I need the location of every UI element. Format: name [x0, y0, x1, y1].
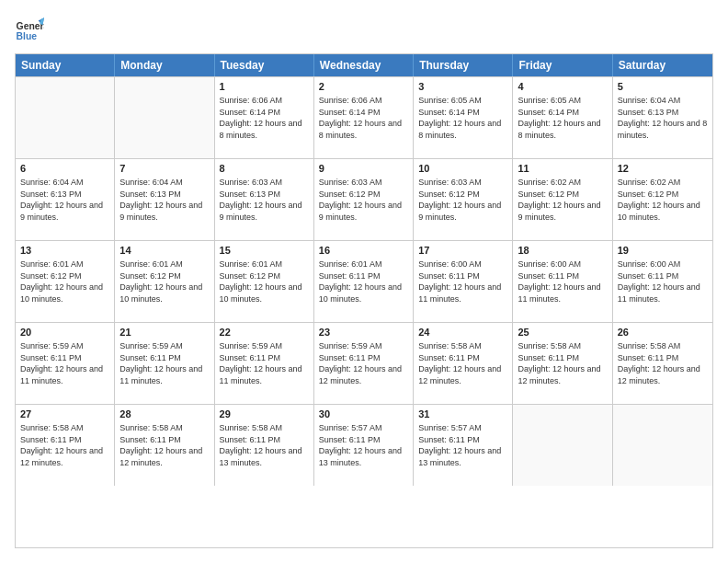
calendar-cell-empty [16, 77, 115, 158]
calendar-body: 1Sunrise: 6:06 AMSunset: 6:14 PMDaylight… [16, 76, 712, 486]
cell-detail: Sunrise: 5:57 AMSunset: 6:11 PMDaylight:… [319, 422, 408, 468]
day-number: 17 [418, 245, 507, 256]
cell-detail: Sunrise: 5:59 AMSunset: 6:11 PMDaylight:… [319, 340, 408, 386]
calendar-cell-9: 9Sunrise: 6:03 AMSunset: 6:12 PMDaylight… [314, 159, 414, 240]
day-number: 12 [618, 163, 708, 174]
header-day-thursday: Thursday [414, 54, 513, 76]
cell-detail: Sunrise: 5:58 AMSunset: 6:11 PMDaylight:… [220, 422, 309, 468]
calendar-cell-17: 17Sunrise: 6:00 AMSunset: 6:11 PMDayligh… [414, 241, 513, 322]
cell-detail: Sunrise: 6:02 AMSunset: 6:12 PMDaylight:… [518, 177, 607, 223]
day-number: 25 [518, 327, 607, 338]
cell-detail: Sunrise: 6:00 AMSunset: 6:11 PMDaylight:… [518, 259, 607, 304]
calendar-cell-empty [115, 77, 214, 158]
header: General Blue [15, 15, 713, 44]
cell-detail: Sunrise: 6:00 AMSunset: 6:11 PMDaylight:… [618, 259, 708, 304]
day-number: 27 [20, 408, 109, 419]
day-number: 8 [220, 163, 309, 174]
calendar-row-0: 1Sunrise: 6:06 AMSunset: 6:14 PMDaylight… [16, 76, 712, 158]
header-day-friday: Friday [513, 54, 612, 76]
calendar-row-2: 13Sunrise: 6:01 AMSunset: 6:12 PMDayligh… [16, 240, 712, 322]
calendar-cell-18: 18Sunrise: 6:00 AMSunset: 6:11 PMDayligh… [513, 241, 612, 322]
day-number: 22 [220, 327, 309, 338]
cell-detail: Sunrise: 5:58 AMSunset: 6:11 PMDaylight:… [119, 422, 209, 468]
day-number: 5 [618, 81, 708, 92]
cell-detail: Sunrise: 6:04 AMSunset: 6:13 PMDaylight:… [20, 177, 109, 223]
cell-detail: Sunrise: 5:58 AMSunset: 6:11 PMDaylight:… [618, 340, 708, 386]
calendar-cell-26: 26Sunrise: 5:58 AMSunset: 6:11 PMDayligh… [613, 323, 712, 404]
calendar-cell-23: 23Sunrise: 5:59 AMSunset: 6:11 PMDayligh… [314, 323, 414, 404]
calendar-cell-7: 7Sunrise: 6:04 AMSunset: 6:13 PMDaylight… [115, 159, 214, 240]
calendar-cell-8: 8Sunrise: 6:03 AMSunset: 6:13 PMDaylight… [215, 159, 314, 240]
calendar-cell-24: 24Sunrise: 5:58 AMSunset: 6:11 PMDayligh… [414, 323, 513, 404]
calendar-cell-3: 3Sunrise: 6:05 AMSunset: 6:14 PMDaylight… [414, 77, 513, 158]
day-number: 26 [618, 327, 708, 338]
day-number: 13 [20, 245, 109, 256]
calendar-cell-10: 10Sunrise: 6:03 AMSunset: 6:12 PMDayligh… [414, 159, 513, 240]
calendar-cell-31: 31Sunrise: 5:57 AMSunset: 6:11 PMDayligh… [414, 405, 513, 486]
calendar-row-3: 20Sunrise: 5:59 AMSunset: 6:11 PMDayligh… [16, 322, 712, 404]
calendar-cell-15: 15Sunrise: 6:01 AMSunset: 6:12 PMDayligh… [215, 241, 314, 322]
calendar-row-4: 27Sunrise: 5:58 AMSunset: 6:11 PMDayligh… [16, 404, 712, 486]
day-number: 29 [220, 408, 309, 419]
day-number: 28 [119, 408, 209, 419]
day-number: 3 [418, 81, 507, 92]
cell-detail: Sunrise: 6:05 AMSunset: 6:14 PMDaylight:… [418, 95, 507, 141]
cell-detail: Sunrise: 5:58 AMSunset: 6:11 PMDaylight:… [20, 422, 109, 468]
day-number: 14 [119, 245, 209, 256]
page: General Blue SundayMondayTuesdayWednesda… [0, 0, 728, 563]
day-number: 1 [220, 81, 309, 92]
calendar-cell-16: 16Sunrise: 6:01 AMSunset: 6:11 PMDayligh… [314, 241, 414, 322]
cell-detail: Sunrise: 5:59 AMSunset: 6:11 PMDaylight:… [119, 340, 209, 386]
logo-icon: General Blue [15, 15, 44, 44]
cell-detail: Sunrise: 6:04 AMSunset: 6:13 PMDaylight:… [618, 95, 708, 141]
calendar-cell-12: 12Sunrise: 6:02 AMSunset: 6:12 PMDayligh… [613, 159, 712, 240]
calendar-cell-14: 14Sunrise: 6:01 AMSunset: 6:12 PMDayligh… [115, 241, 214, 322]
day-number: 20 [20, 327, 109, 338]
calendar-cell-2: 2Sunrise: 6:06 AMSunset: 6:14 PMDaylight… [314, 77, 414, 158]
calendar-cell-29: 29Sunrise: 5:58 AMSunset: 6:11 PMDayligh… [215, 405, 314, 486]
calendar: SundayMondayTuesdayWednesdayThursdayFrid… [15, 53, 713, 548]
day-number: 16 [319, 245, 408, 256]
calendar-cell-13: 13Sunrise: 6:01 AMSunset: 6:12 PMDayligh… [16, 241, 115, 322]
cell-detail: Sunrise: 6:03 AMSunset: 6:13 PMDaylight:… [220, 177, 309, 223]
calendar-cell-25: 25Sunrise: 5:58 AMSunset: 6:11 PMDayligh… [513, 323, 612, 404]
day-number: 11 [518, 163, 607, 174]
day-number: 23 [319, 327, 408, 338]
calendar-cell-19: 19Sunrise: 6:00 AMSunset: 6:11 PMDayligh… [613, 241, 712, 322]
svg-text:General: General [17, 21, 44, 31]
calendar-cell-22: 22Sunrise: 5:59 AMSunset: 6:11 PMDayligh… [215, 323, 314, 404]
cell-detail: Sunrise: 5:59 AMSunset: 6:11 PMDaylight:… [220, 340, 309, 386]
cell-detail: Sunrise: 6:05 AMSunset: 6:14 PMDaylight:… [518, 95, 607, 141]
cell-detail: Sunrise: 6:04 AMSunset: 6:13 PMDaylight:… [119, 177, 209, 223]
calendar-cell-11: 11Sunrise: 6:02 AMSunset: 6:12 PMDayligh… [513, 159, 612, 240]
cell-detail: Sunrise: 6:03 AMSunset: 6:12 PMDaylight:… [319, 177, 408, 223]
svg-text:Blue: Blue [17, 31, 38, 41]
cell-detail: Sunrise: 6:06 AMSunset: 6:14 PMDaylight:… [319, 95, 408, 141]
logo: General Blue [15, 15, 44, 44]
calendar-cell-28: 28Sunrise: 5:58 AMSunset: 6:11 PMDayligh… [115, 405, 214, 486]
cell-detail: Sunrise: 6:00 AMSunset: 6:11 PMDaylight:… [418, 259, 507, 304]
day-number: 24 [418, 327, 507, 338]
cell-detail: Sunrise: 6:02 AMSunset: 6:12 PMDaylight:… [618, 177, 708, 223]
day-number: 7 [119, 163, 209, 174]
cell-detail: Sunrise: 6:01 AMSunset: 6:12 PMDaylight:… [20, 259, 109, 304]
calendar-cell-4: 4Sunrise: 6:05 AMSunset: 6:14 PMDaylight… [513, 77, 612, 158]
header-day-tuesday: Tuesday [215, 54, 314, 76]
cell-detail: Sunrise: 6:06 AMSunset: 6:14 PMDaylight:… [220, 95, 309, 141]
day-number: 4 [518, 81, 607, 92]
header-day-sunday: Sunday [16, 54, 115, 76]
cell-detail: Sunrise: 5:58 AMSunset: 6:11 PMDaylight:… [418, 340, 507, 386]
calendar-cell-6: 6Sunrise: 6:04 AMSunset: 6:13 PMDaylight… [16, 159, 115, 240]
cell-detail: Sunrise: 6:01 AMSunset: 6:12 PMDaylight:… [119, 259, 209, 304]
cell-detail: Sunrise: 6:01 AMSunset: 6:11 PMDaylight:… [319, 259, 408, 304]
calendar-cell-21: 21Sunrise: 5:59 AMSunset: 6:11 PMDayligh… [115, 323, 214, 404]
day-number: 18 [518, 245, 607, 256]
day-number: 15 [220, 245, 309, 256]
day-number: 19 [618, 245, 708, 256]
day-number: 2 [319, 81, 408, 92]
calendar-cell-empty [513, 405, 612, 486]
cell-detail: Sunrise: 5:57 AMSunset: 6:11 PMDaylight:… [418, 422, 507, 468]
day-number: 10 [418, 163, 507, 174]
calendar-cell-empty [613, 405, 712, 486]
cell-detail: Sunrise: 5:58 AMSunset: 6:11 PMDaylight:… [518, 340, 607, 386]
